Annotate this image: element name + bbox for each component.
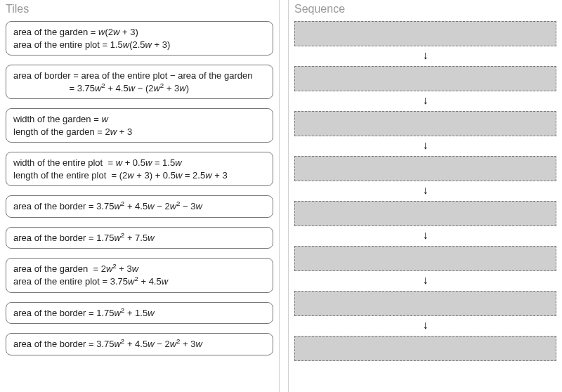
- sequence-slot-6[interactable]: [294, 291, 556, 316]
- down-arrow-icon: ↓: [294, 271, 556, 291]
- sequence-panel: Sequence ↓↓↓↓↓↓↓: [288, 0, 562, 392]
- tile-7[interactable]: area of the border = 1.75w2 + 1.5w: [6, 302, 273, 325]
- tile-0[interactable]: area of the garden = w(2w + 3)area of th…: [6, 21, 273, 55]
- tiles-panel: Tiles area of the garden = w(2w + 3)area…: [0, 0, 280, 392]
- tile-1-line-1: = 3.75w2 + 4.5w − (2w2 + 3w): [13, 82, 266, 95]
- sequence-slot-3[interactable]: [294, 156, 556, 181]
- tile-7-line-0: area of the border = 1.75w2 + 1.5w: [13, 307, 266, 320]
- tile-3-line-1: length of the entire plot = (2w + 3) + 0…: [13, 169, 266, 182]
- tile-0-line-1: area of the entire plot = 1.5w(2.5w + 3): [13, 39, 266, 51]
- tile-1-line-0: area of border = area of the entire plot…: [13, 70, 266, 82]
- down-arrow-icon: ↓: [294, 46, 556, 66]
- tiles-container: area of the garden = w(2w + 3)area of th…: [6, 21, 273, 355]
- tile-8-line-0: area of the border = 3.75w2 + 4.5w − 2w2…: [13, 338, 266, 351]
- down-arrow-icon: ↓: [294, 226, 556, 246]
- tile-0-line-0: area of the garden = w(2w + 3): [13, 26, 266, 39]
- sequence-slot-4[interactable]: [294, 201, 556, 226]
- tile-6-line-1: area of the entire plot = 3.75w2 + 4.5w: [13, 275, 266, 288]
- sequence-slot-1[interactable]: [294, 66, 556, 91]
- tile-2-line-0: width of the garden = w: [13, 113, 266, 126]
- sequence-container: ↓↓↓↓↓↓↓: [294, 21, 556, 361]
- down-arrow-icon: ↓: [294, 91, 556, 111]
- sequence-title: Sequence: [294, 0, 556, 21]
- tile-1[interactable]: area of border = area of the entire plot…: [6, 65, 273, 99]
- tiles-title: Tiles: [6, 0, 273, 21]
- tile-5-line-0: area of the border = 1.75w2 + 7.5w: [13, 232, 266, 244]
- sequence-slot-7[interactable]: [294, 336, 556, 361]
- tile-2-line-1: length of the garden = 2w + 3: [13, 126, 266, 138]
- tile-2[interactable]: width of the garden = wlength of the gar…: [6, 108, 273, 143]
- down-arrow-icon: ↓: [294, 136, 556, 156]
- sequence-slot-2[interactable]: [294, 111, 556, 136]
- tile-5[interactable]: area of the border = 1.75w2 + 7.5w: [6, 227, 273, 249]
- tile-6[interactable]: area of the garden = 2w2 + 3warea of the…: [6, 258, 273, 292]
- tile-6-line-0: area of the garden = 2w2 + 3w: [13, 263, 266, 275]
- sequence-slot-5[interactable]: [294, 246, 556, 271]
- down-arrow-icon: ↓: [294, 316, 556, 336]
- tile-8[interactable]: area of the border = 3.75w2 + 4.5w − 2w2…: [6, 333, 273, 355]
- tile-3[interactable]: width of the entire plot = w + 0.5w = 1.…: [6, 152, 273, 186]
- sequence-slot-0[interactable]: [294, 21, 556, 46]
- tile-4-line-0: area of the border = 3.75w2 + 4.5w − 2w2…: [13, 200, 266, 213]
- down-arrow-icon: ↓: [294, 181, 556, 201]
- tile-4[interactable]: area of the border = 3.75w2 + 4.5w − 2w2…: [6, 195, 273, 218]
- tile-3-line-0: width of the entire plot = w + 0.5w = 1.…: [13, 157, 266, 169]
